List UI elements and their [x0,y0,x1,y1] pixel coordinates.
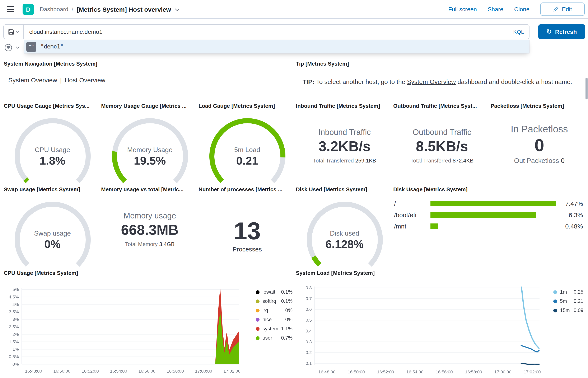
y-axis-tick-label: 2.5% [9,324,19,329]
share-link[interactable]: Share [488,6,503,13]
metric-secondary: Out Packetloss 0 [491,157,588,164]
x-axis-tick-label: 16:58:00 [465,369,482,374]
panel-title: Disk Used [Metrics System] [296,186,393,193]
x-axis-tick-label: 16:50:00 [348,369,365,374]
system-load-chart[interactable]: 0.80.70.60.50.40.30.20.116:48:0016:50:00… [296,283,547,378]
cpu-legend-item-iowait[interactable]: iowait0.1% [256,287,293,297]
breadcrumb-dashboard-link[interactable]: Dashboard [40,6,68,13]
system-overview-link[interactable]: System Overview [407,78,456,85]
host-overview-link[interactable]: Host Overview [65,76,105,83]
legend-color-dot [553,290,557,294]
disk-usage-bar[interactable] [430,223,438,229]
query-input[interactable] [24,25,513,39]
x-axis-tick-label: 16:48:00 [25,369,42,373]
disk-path-label: /mnt [393,223,430,230]
y-axis-tick-label: 0.7 [306,296,312,301]
load-legend-item-1m[interactable]: 1m0.25 [553,287,583,297]
disk-usage-value: 6.3% [569,211,588,218]
cpu-legend-item-user[interactable]: user0.7% [256,333,293,342]
panel-cpu-usage-gauge: CPU Usage Gauge [Metrics Sys... CPU Usag… [4,103,101,186]
legend-series-name: 1m [560,289,567,295]
y-axis-tick-label: 0.5% [9,354,19,359]
legend-color-dot [553,309,557,312]
legend-color-dot [256,318,260,321]
panel-memory-usage-gauge: Memory Usage Gauge [Metrics ... Memory U… [101,103,199,186]
legend-series-value: 1.1% [281,326,293,332]
cpu-legend-item-irq[interactable]: irq0% [256,306,293,315]
filter-icon[interactable] [5,44,12,51]
cpu-legend-item-nice[interactable]: nice0% [256,315,293,324]
gauge-label: Disk used [330,230,359,237]
legend-series-value: 0.09 [574,307,583,313]
refresh-button[interactable]: ↻ Refresh [538,24,585,39]
cpu-usage-chart[interactable]: 5%4.5%4%3.5%3%2.5%2%1.5%1%0.5%0%16:48:00… [4,283,255,378]
gauge-value: 6.128% [325,238,364,251]
y-axis-tick-label: 0.6 [306,307,312,311]
gauge-label: Memory Usage [127,146,173,153]
legend-series-value: 0.25 [574,289,583,295]
panel-title: Packetloss [Metrics System] [491,103,588,109]
metric-value: 668.3MB [101,222,199,238]
memory-usage-metric: Memory usage 668.3MB Total Memory 3.4GB [101,211,199,247]
saved-query-menu-button[interactable] [3,24,24,39]
cpu-legend-item-system[interactable]: system1.1% [256,324,293,333]
gauge-label: Swap usage [34,230,71,237]
cpu-legend-item-softirq[interactable]: softirq0.1% [256,297,293,306]
suggestion-value: "demo1" [41,43,64,50]
autocomplete-popover: "" "demo1" [24,40,530,54]
chevron-down-icon[interactable] [16,46,20,49]
legend-series-name: nice [262,317,272,323]
y-axis-tick-label: 3% [13,317,19,322]
system-overview-link[interactable]: System Overview [8,76,57,83]
load-1m-line [521,284,539,348]
chevron-down-icon[interactable] [175,7,180,13]
panel-packetloss: Packetloss [Metrics System] In Packetlos… [491,103,588,186]
x-axis-tick-label: 16:56:00 [138,369,155,373]
metric-secondary: Total Transferred 872.4KB [393,158,491,164]
clone-link[interactable]: Clone [514,6,530,13]
menu-toggle-button[interactable] [3,2,17,16]
x-axis-tick-label: 17:02:00 [524,369,541,374]
disk-path-label: / [393,200,430,207]
y-axis-tick-label: 0.3 [306,339,312,344]
load-legend-item-5m[interactable]: 5m0.21 [553,297,583,306]
scrollbar[interactable] [586,78,588,99]
legend-series-name: 15m [560,307,570,313]
x-axis-tick-label: 16:52:00 [377,369,394,374]
metric-value: 13 [199,218,296,244]
legend-color-dot [256,336,260,340]
disk-usage-bar[interactable] [430,201,556,206]
separator: | [60,76,62,83]
panel-title: Memory usage vs total [Metric... [101,186,199,193]
panel-load-gauge: Load Gauge [Metrics System] 5m Load 0.21 [199,103,296,186]
refresh-icon: ↻ [547,29,552,35]
tip-bold-prefix: TIP: [302,78,315,85]
memory-usage-gauge: Memory Usage 19.5% [108,118,191,190]
y-axis-tick-label: 3.5% [9,309,19,314]
edit-button[interactable]: Edit [540,2,585,16]
autocomplete-suggestion[interactable]: "" "demo1" [24,40,529,53]
disk-usage-value: 7.47% [565,200,588,207]
disk-usage-bar-list: /7.47%/boot/efi6.3%/mnt0.48% [393,198,588,232]
panel-title: Disk Usage [Metrics System] [393,186,588,193]
system-navigation-links: System Overview | Host Overview [8,76,294,83]
disk-usage-bar[interactable] [430,212,536,218]
y-axis-tick-label: 0.1 [306,361,312,366]
panel-title: Load Gauge [Metrics System] [199,103,296,109]
y-axis-tick-label: 1.5% [9,339,19,344]
full-screen-link[interactable]: Full screen [448,6,477,13]
kql-language-toggle[interactable]: KQL [513,29,529,35]
breadcrumb-separator: / [72,6,73,13]
disk-usage-row: /mnt0.48% [393,220,588,232]
x-axis-tick-label: 16:56:00 [436,369,453,374]
disk-path-label: /boot/efi [393,211,430,218]
chevron-down-icon [16,30,19,33]
gauge-value: 0% [44,238,61,251]
space-avatar[interactable]: D [23,3,34,15]
query-input-container: KQL [24,24,530,39]
y-axis-tick-label: 0.8 [306,285,312,290]
legend-series-value: 0.7% [281,335,293,341]
load-legend-item-15m[interactable]: 15m0.09 [553,306,583,315]
top-navigation-bar: D Dashboard / [Metrics System] Host over… [0,0,588,19]
top-actions: Full screen Share Clone Edit [448,2,585,16]
